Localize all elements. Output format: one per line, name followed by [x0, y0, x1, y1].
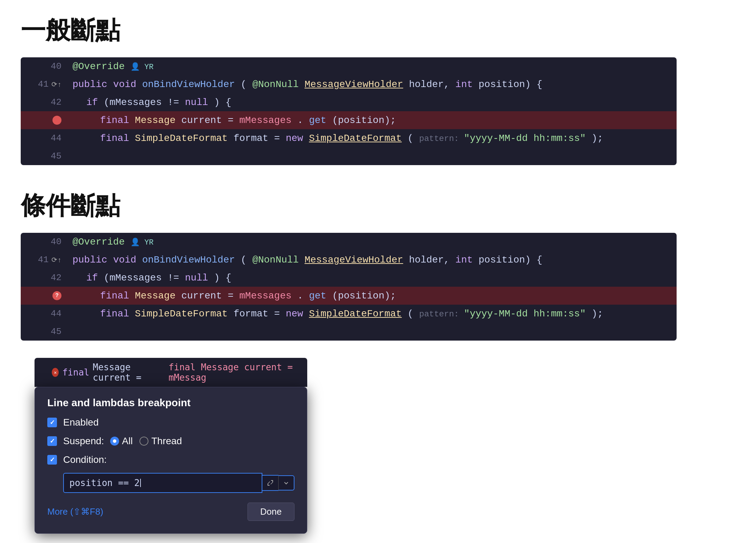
text-cursor [140, 479, 141, 487]
string-literal: "yyyy-MM-dd hh:mm:ss" [464, 133, 586, 144]
code-text: ) { [214, 273, 231, 283]
section2-editor: 40 @Override 👤 YR 41 ⟳↑ public void onBi… [21, 233, 677, 341]
line-number-area: 45 [21, 151, 66, 161]
condition-input-display[interactable]: position == 2 [63, 473, 262, 493]
radio-thread-button[interactable] [139, 437, 148, 446]
keyword: final [100, 115, 129, 126]
code-text: position) { [478, 79, 542, 90]
code-text: Message current = [93, 362, 165, 383]
keyword: int [455, 255, 473, 265]
code-line: 44 final SimpleDateFormat format = new S… [21, 129, 677, 147]
code-line: 40 @Override 👤 YR [21, 57, 677, 75]
condition-label: Condition: [63, 454, 107, 465]
keyword: final [62, 367, 89, 378]
keyword: null [185, 273, 208, 283]
radio-all-label: All [122, 436, 133, 447]
param-hint: pattern: [419, 134, 464, 143]
code-text: . [297, 115, 303, 126]
keyword: new [286, 308, 303, 319]
radio-thread-item[interactable]: Thread [139, 436, 182, 447]
code-content: final Message current = mMessages . get … [66, 290, 677, 301]
line-number: 45 [48, 151, 61, 161]
popup-overlay: ✕ final Message current = final Message … [35, 358, 307, 534]
code-content: final Message current = mMessages . get … [66, 115, 677, 126]
keyword: if [86, 273, 98, 283]
code-text: holder, [409, 255, 455, 265]
code-text: (mMessages != [104, 97, 185, 108]
line-badge: ⟳↑ [51, 80, 61, 89]
expand-input-button[interactable] [262, 475, 279, 491]
keyword: if [86, 97, 98, 108]
line-number: 41 [35, 79, 49, 89]
code-line-breakpoint: final Message current = mMessages . get … [21, 111, 677, 129]
line-number: 45 [48, 326, 61, 337]
keyword: void [113, 79, 136, 90]
code-text: ) { [214, 97, 231, 108]
line-badge: ⟳↑ [51, 256, 61, 264]
variable: mMessages [239, 290, 291, 301]
keyword: final [100, 133, 129, 144]
type-name: SimpleDateFormat [135, 308, 228, 319]
dropdown-input-button[interactable] [279, 475, 294, 490]
line-number-area: 41 ⟳↑ [21, 255, 66, 265]
type-name: SimpleDateFormat [309, 133, 402, 144]
line-number-area: 44 [21, 133, 66, 143]
code-text: format = [233, 308, 285, 319]
line-number-area: 40 [21, 237, 66, 247]
suspend-label: Suspend: [63, 436, 104, 447]
more-link[interactable]: More (⇧⌘F8) [47, 506, 103, 517]
breakpoint-dialog: Line and lambdas breakpoint Enabled Susp… [35, 387, 307, 534]
code-line: 45 [21, 147, 677, 165]
code-text: (mMessages != [104, 273, 185, 283]
expand-icon [267, 480, 273, 486]
method-name: onBindViewHolder [142, 255, 235, 265]
method-call: get [309, 290, 326, 301]
enabled-label: Enabled [63, 417, 99, 428]
code-line: 45 [21, 323, 677, 341]
condition-checkbox[interactable] [47, 455, 57, 465]
line-number-area: 42 [21, 273, 66, 283]
section2-title: 條件斷點 [21, 189, 735, 222]
type-name: SimpleDateFormat [309, 308, 402, 319]
code-text: ); [592, 133, 603, 144]
suspend-checkbox[interactable] [47, 436, 57, 446]
type-name: MessageViewHolder [304, 79, 403, 90]
annotation: @NonNull [252, 255, 299, 265]
line-number: 42 [48, 97, 61, 107]
code-annotation: @Override [72, 237, 125, 247]
code-text: ( [241, 79, 246, 90]
line-number-area [21, 116, 66, 125]
code-annotation: @Override [72, 61, 125, 72]
user-badge: 👤 YR [130, 238, 154, 247]
code-text: ( [241, 255, 246, 265]
code-text: current = [181, 115, 239, 126]
condition-value: position == 2 [69, 478, 140, 488]
variable: final Message current = mMessag [168, 362, 300, 383]
chevron-down-icon [283, 480, 289, 486]
code-line: 42 if (mMessages != null ) { [21, 269, 677, 287]
popup-title: Line and lambdas breakpoint [47, 397, 294, 409]
code-content: final SimpleDateFormat format = new Simp… [66, 133, 677, 144]
breakpoint-dot [52, 116, 61, 125]
type-name: MessageViewHolder [304, 255, 403, 265]
radio-all-item[interactable]: All [110, 436, 133, 447]
type-name: Message [135, 115, 176, 126]
code-content: public void onBindViewHolder ( @NonNull … [66, 79, 677, 90]
enabled-checkbox[interactable] [47, 418, 57, 427]
variable: mMessages [239, 115, 291, 126]
line-number: 42 [48, 273, 61, 283]
code-text: ( [408, 133, 414, 144]
done-button[interactable]: Done [248, 503, 294, 521]
keyword: void [113, 255, 136, 265]
radio-all-button[interactable] [110, 437, 119, 446]
line-number: 44 [48, 133, 61, 143]
code-text: ( [408, 308, 414, 319]
suspend-row: Suspend: All Thread [47, 436, 294, 447]
annotation: @NonNull [252, 79, 299, 90]
method-call: get [309, 115, 326, 126]
keyword: public [72, 79, 107, 90]
code-content: @Override 👤 YR [66, 237, 677, 247]
string-literal: "yyyy-MM-dd hh:mm:ss" [464, 308, 586, 319]
code-text: . [297, 290, 303, 301]
popup-behind-code: ✕ final Message current = final Message … [35, 358, 307, 387]
